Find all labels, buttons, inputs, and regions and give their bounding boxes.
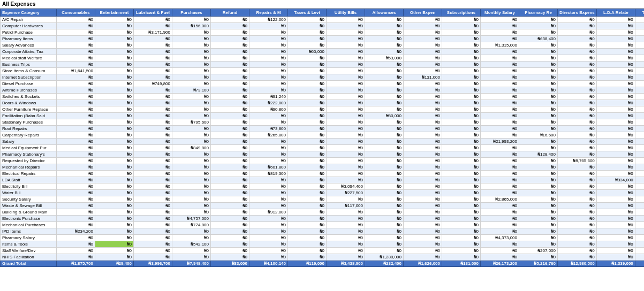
cell-value: ₦0 — [404, 158, 442, 164]
cell-value: ₦0 — [596, 183, 635, 190]
cell-value: ₦3,094,400 — [327, 183, 365, 190]
cell-value: ₦0 — [211, 196, 249, 203]
cell-value: ₦0 — [481, 29, 519, 36]
cell-value: ₦0 — [327, 228, 365, 235]
cell-value: ₦0 — [442, 235, 481, 241]
cell-value: ₦0 — [519, 87, 558, 94]
cell-value: ₦0 — [365, 36, 404, 42]
table-row: Medical staff Welfare₦0₦0₦0₦0₦0₦0₦0₦0₦53… — [1, 55, 645, 62]
cell-value: ₦73,800 — [249, 126, 288, 132]
cell-value: ₦0 — [481, 164, 519, 171]
cell-value: ₦0 — [596, 62, 635, 68]
cell-value: ₦0 — [95, 254, 134, 261]
cell-value: ₦0 — [558, 29, 597, 36]
cell-value: ₦0 — [635, 216, 644, 222]
cell-value: ₦0 — [288, 139, 327, 145]
cell-value: ₦0 — [172, 203, 211, 209]
cell-value: ₦117,000 — [327, 203, 365, 209]
cell-value: ₦0 — [134, 113, 172, 119]
cell-value: ₦0 — [327, 42, 365, 49]
cell-value: ₦0 — [365, 158, 404, 164]
cell-value: ₦0 — [404, 106, 442, 113]
cell-value: ₦0 — [327, 81, 365, 87]
col-header-12: Monthly Salary — [481, 9, 519, 17]
cell-value: ₦0 — [211, 183, 249, 190]
cell-value: ₦0 — [134, 145, 172, 151]
cell-value: ₦0 — [172, 196, 211, 203]
cell-value: ₦0 — [596, 100, 635, 106]
cell-value: ₦0 — [327, 17, 365, 23]
cell-value: ₦0 — [57, 241, 95, 248]
cell-value: ₦0 — [635, 113, 644, 119]
cell-value: ₦0 — [288, 42, 327, 49]
cell-value: ₦0 — [249, 145, 288, 151]
col-header-16: Transportati — [635, 9, 644, 17]
cell-value: ₦0 — [404, 29, 442, 36]
cell-value: ₦0 — [596, 87, 635, 94]
cell-value: ₦0 — [134, 164, 172, 171]
cell-value: ₦0 — [442, 68, 481, 74]
cell-value: ₦0 — [172, 151, 211, 158]
cell-value: ₦0 — [519, 81, 558, 87]
cell-value: ₦0 — [365, 68, 404, 74]
cell-value: ₦0 — [249, 113, 288, 119]
cell-value: ₦0 — [404, 203, 442, 209]
cell-value: ₦0 — [635, 151, 644, 158]
cell-value: ₦0 — [442, 87, 481, 94]
row-label: Medical staff Welfare — [1, 55, 57, 62]
cell-value: ₦0 — [95, 164, 134, 171]
cell-value: ₦0 — [95, 177, 134, 183]
cell-value: ₦0 — [365, 196, 404, 203]
cell-value: ₦0 — [404, 81, 442, 87]
cell-value: ₦0 — [134, 100, 172, 106]
cell-value: ₦0 — [288, 23, 327, 29]
cell-value: ₦0 — [211, 23, 249, 29]
cell-value: ₦0 — [481, 81, 519, 87]
cell-value: ₦0 — [365, 29, 404, 36]
cell-value: ₦0 — [558, 190, 597, 196]
col-header-4: Purchases — [172, 9, 211, 17]
cell-value: ₦0 — [635, 222, 644, 228]
cell-value: ₦0 — [442, 241, 481, 248]
cell-value: ₦0 — [249, 62, 288, 68]
cell-value: ₦0 — [635, 139, 644, 145]
cell-value: ₦0 — [95, 23, 134, 29]
grand-total-value-5: ₦4,100,140 — [249, 261, 288, 267]
cell-value: ₦0 — [558, 68, 597, 74]
cell-value: ₦128,400 — [519, 151, 558, 158]
cell-value: ₦0 — [249, 87, 288, 94]
cell-value: ₦0 — [95, 222, 134, 228]
cell-value: ₦0 — [172, 55, 211, 62]
row-label: Other Furniture Replace — [1, 106, 57, 113]
cell-value: ₦0 — [365, 139, 404, 145]
cell-value: ₦0 — [327, 171, 365, 177]
cell-value: ₦0 — [442, 49, 481, 55]
header-row: Expense CategoryConsumablesEntertainment… — [1, 9, 645, 17]
cell-value: ₦0 — [249, 183, 288, 190]
cell-value: ₦0 — [635, 81, 644, 87]
row-label: Electricity Bill — [1, 183, 57, 190]
col-header-15: L.D.A Relate — [596, 9, 635, 17]
cell-value: ₦0 — [481, 62, 519, 68]
cell-value: ₦0 — [172, 139, 211, 145]
cell-value: ₦0 — [57, 106, 95, 113]
cell-value: ₦0 — [288, 119, 327, 126]
grand-total-value-9: ₦1,626,000 — [404, 261, 442, 267]
cell-value: ₦0 — [558, 203, 597, 209]
row-label: Doors & Windows — [1, 100, 57, 106]
cell-value: ₦0 — [596, 113, 635, 119]
cell-value: ₦0 — [442, 216, 481, 222]
col-header-2: Entertainment — [95, 9, 134, 17]
grand-total-value-8: ₦232,400 — [365, 261, 404, 267]
cell-value: ₦0 — [288, 196, 327, 203]
cell-value: ₦0 — [134, 94, 172, 100]
col-header-11: Subscriptions — [442, 9, 481, 17]
cell-value: ₦0 — [635, 235, 644, 241]
cell-value: ₦0 — [327, 241, 365, 248]
cell-value: ₦0 — [134, 132, 172, 139]
table-row: IPD Items₦234,200₦0₦0₦0₦0₦0₦0₦0₦0₦0₦0₦0₦… — [1, 228, 645, 235]
cell-value: ₦0 — [442, 81, 481, 87]
cell-value: ₦0 — [327, 139, 365, 145]
cell-value: ₦0 — [404, 68, 442, 74]
cell-value: ₦0 — [519, 228, 558, 235]
